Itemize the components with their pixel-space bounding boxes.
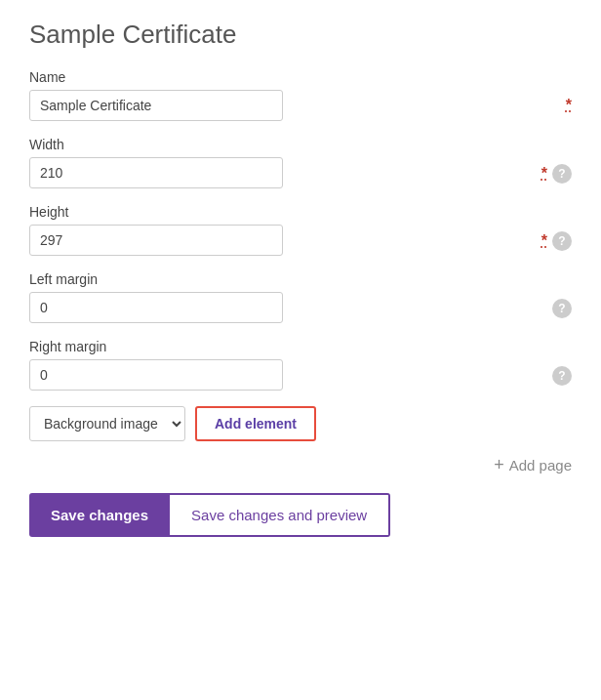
name-field-icons: * (566, 97, 572, 114)
left-margin-input[interactable] (29, 292, 283, 323)
action-buttons: Save changes Save changes and preview (29, 493, 572, 537)
name-required-star: * (566, 97, 572, 114)
width-required-star: * (541, 165, 547, 183)
width-input[interactable] (29, 157, 283, 188)
right-margin-input[interactable] (29, 359, 283, 391)
left-margin-field-row: Left margin ? (29, 271, 572, 323)
width-label: Width (29, 137, 534, 152)
right-margin-field-row: Right margin ? (29, 339, 572, 391)
add-page-row: + Add page (29, 455, 572, 475)
height-help-icon[interactable]: ? (552, 231, 572, 251)
add-page-label: Add page (509, 457, 572, 474)
left-margin-help-icon[interactable]: ? (552, 299, 572, 318)
add-page-plus-icon: + (494, 455, 504, 475)
add-page-link[interactable]: + Add page (494, 455, 572, 475)
height-label: Height (29, 204, 534, 220)
width-field-icons: * ? (541, 164, 572, 184)
height-required-star: * (541, 232, 547, 250)
name-label: Name (29, 69, 558, 85)
add-element-button[interactable]: Add element (195, 406, 316, 441)
height-field-group: Height (29, 204, 534, 256)
save-button[interactable]: Save changes (29, 493, 170, 537)
name-input[interactable] (29, 90, 283, 121)
width-field-group: Width (29, 137, 534, 188)
height-field-icons: * ? (541, 231, 572, 251)
right-margin-help-icon[interactable]: ? (552, 366, 572, 386)
left-margin-field-icons: ? (552, 299, 572, 318)
height-field-row: Height * ? (29, 204, 572, 256)
right-margin-field-icons: ? (552, 366, 572, 386)
form-section: Name * Width * ? Height * ? Left margin (29, 69, 572, 537)
element-type-dropdown[interactable]: Background image (29, 406, 185, 441)
left-margin-field-group: Left margin (29, 271, 544, 323)
height-input[interactable] (29, 225, 283, 256)
page-title: Sample Certificate (29, 20, 572, 50)
name-field-row: Name * (29, 69, 572, 121)
width-field-row: Width * ? (29, 137, 572, 188)
element-row: Background image Add element (29, 406, 572, 441)
save-preview-button[interactable]: Save changes and preview (170, 493, 390, 537)
width-help-icon[interactable]: ? (552, 164, 572, 184)
left-margin-label: Left margin (29, 271, 544, 287)
name-field-group: Name (29, 69, 558, 121)
right-margin-field-group: Right margin (29, 339, 544, 391)
right-margin-label: Right margin (29, 339, 544, 354)
